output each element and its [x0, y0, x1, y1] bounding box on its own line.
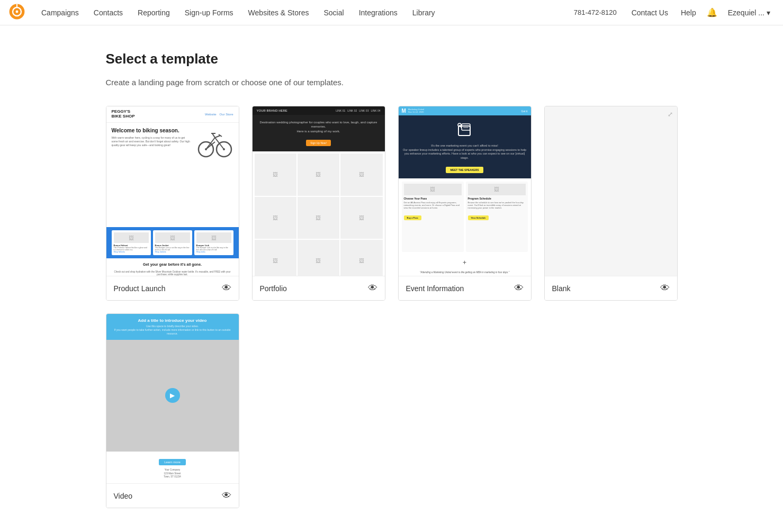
template-footer-portfolio: Portfolio 👁 [253, 276, 385, 300]
template-label-blank: Blank [552, 284, 571, 293]
nav-campaigns[interactable]: Campaigns [34, 0, 86, 25]
ev-topbar: M Marketing UnitedNov 11-12, 2020 Get it [399, 106, 531, 115]
vd-video-section: ▶ [106, 340, 239, 452]
svg-line-11 [212, 133, 215, 138]
preview-icon-video[interactable]: 👁 [222, 490, 231, 501]
pl-hero-title: Welcome to biking season. [112, 127, 192, 134]
svg-rect-18 [462, 124, 470, 130]
nav-social[interactable]: Social [317, 0, 352, 25]
ev-passes: 🖼 Choose Your Pass Get an All-Access Pas… [399, 178, 531, 255]
pl-hero-body: With warm weather here, cycling is a way… [112, 136, 192, 147]
template-footer-event-information: Event Information 👁 [399, 276, 531, 300]
pf-hero: Destination wedding photographer for cou… [253, 115, 385, 151]
pl-footer-cta: Get your gear before it's all gone. [106, 258, 239, 270]
main-nav: Campaigns Contacts Reporting Sign-up For… [0, 0, 783, 25]
template-grid-row2: Add a title to introduce your video Use … [106, 313, 678, 508]
chevron-down-icon: ▾ [767, 8, 770, 17]
pl-logo: PEGGY'SBIKE SHOP [112, 110, 135, 119]
template-label-video: Video [114, 492, 133, 500]
pl-bike-image [196, 127, 233, 159]
template-label-event-information: Event Information [406, 284, 464, 293]
nav-reporting[interactable]: Reporting [130, 0, 177, 25]
nav-integrations[interactable]: Integrations [352, 0, 405, 25]
template-card-product-launch[interactable]: PEGGY'SBIKE SHOP Website Our Store Welco… [106, 106, 239, 301]
nav-signup-forms[interactable]: Sign-up Forms [177, 0, 241, 25]
pl-footer-sub: Check out and shop hydration with the Si… [106, 270, 239, 276]
nav-links: Campaigns Contacts Reporting Sign-up For… [34, 0, 568, 25]
nav-websites-stores[interactable]: Websites & Stores [241, 0, 317, 25]
nav-library[interactable]: Library [405, 0, 443, 25]
nav-right: 781-472-8120 Contact Us Help 🔔 Ezequiel … [568, 7, 775, 17]
template-footer-video: Video 👁 [106, 483, 239, 508]
template-card-event-information[interactable]: M Marketing UnitedNov 11-12, 2020 Get it [398, 106, 532, 301]
vd-header: Add a title to introduce your video Use … [106, 314, 239, 340]
nav-user-menu[interactable]: Ezequiel ... ▾ [724, 8, 775, 17]
pf-header: YOUR BRAND HERE LINK 01 LINK 02 LINK 03 … [253, 106, 385, 115]
template-label-product-launch: Product Launch [114, 284, 166, 293]
svg-point-2 [16, 10, 19, 13]
blank-icon: ⤢ [668, 111, 673, 118]
vd-play-button: ▶ [165, 388, 180, 403]
preview-icon-event-information[interactable]: 👁 [514, 283, 524, 294]
template-preview-product-launch: PEGGY'SBIKE SHOP Website Our Store Welco… [106, 106, 239, 276]
ev-hero: It's the one marketing event you can't a… [399, 115, 531, 178]
nav-help[interactable]: Help [677, 8, 700, 17]
ev-quote: "Attending a Marketing United event is l… [399, 269, 531, 276]
template-preview-event-information: M Marketing UnitedNov 11-12, 2020 Get it [399, 106, 531, 276]
nav-username: Ezequiel ... [728, 8, 764, 17]
nav-contacts[interactable]: Contacts [86, 0, 130, 25]
vd-cta-section: Learn more Your Company 123 Main Street … [106, 452, 239, 483]
main-content: Select a template Create a landing page … [74, 25, 709, 532]
preview-icon-product-launch[interactable]: 👁 [222, 283, 231, 294]
logo[interactable] [8, 3, 34, 22]
pl-products-section: 🖼 Bonus Helmet The Protector helmet fits… [106, 227, 239, 258]
template-footer-blank: Blank 👁 [545, 276, 677, 300]
pf-grid: 🖼 🖼 🖼 🖼 🖼 🖼 🖼 🖼 🖼 [253, 151, 385, 276]
preview-icon-portfolio[interactable]: 👁 [368, 283, 377, 294]
template-grid-row1: PEGGY'SBIKE SHOP Website Our Store Welco… [106, 106, 678, 301]
page-title: Select a template [106, 51, 678, 67]
pl-nav: Website Our Store [205, 113, 233, 116]
template-footer-product-launch: Product Launch 👁 [106, 276, 239, 300]
page-subtitle: Create a landing page from scratch or ch… [106, 78, 678, 87]
template-card-blank[interactable]: ⤢ Blank 👁 [544, 106, 678, 301]
nav-contact-us[interactable]: Contact Us [625, 8, 674, 17]
template-label-portfolio: Portfolio [260, 284, 287, 293]
nav-phone: 781-472-8120 [568, 8, 623, 16]
template-card-portfolio[interactable]: YOUR BRAND HERE LINK 01 LINK 02 LINK 03 … [252, 106, 385, 301]
svg-line-13 [215, 136, 220, 138]
template-preview-video: Add a title to introduce your video Use … [106, 314, 239, 483]
preview-icon-blank[interactable]: 👁 [660, 283, 670, 294]
template-preview-portfolio: YOUR BRAND HERE LINK 01 LINK 02 LINK 03 … [253, 106, 385, 276]
template-preview-blank: ⤢ [545, 106, 677, 276]
template-card-video[interactable]: Add a title to introduce your video Use … [106, 313, 239, 508]
bell-icon[interactable]: 🔔 [703, 7, 722, 17]
